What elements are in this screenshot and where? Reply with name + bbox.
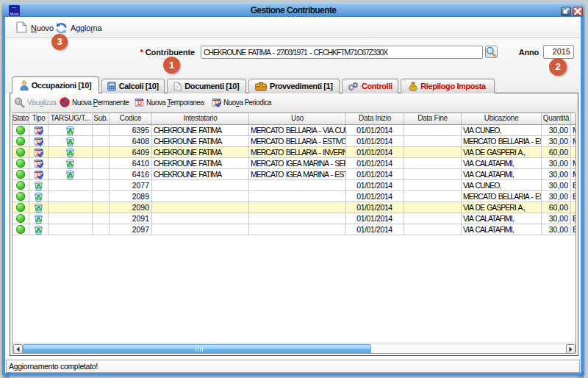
svg-text:12: 12: [137, 101, 142, 106]
